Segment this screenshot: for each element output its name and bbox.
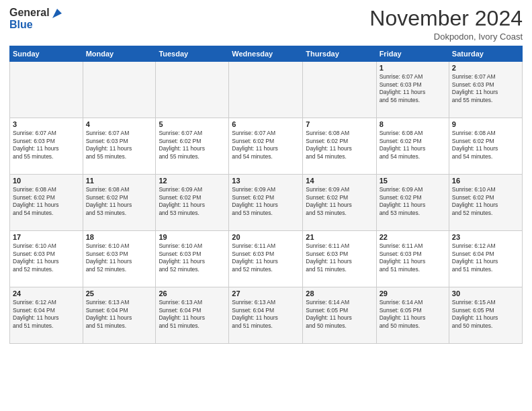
calendar-cell: 29Sunrise: 6:14 AM Sunset: 6:05 PM Dayli… bbox=[376, 287, 449, 344]
day-info: Sunrise: 6:09 AM Sunset: 6:02 PM Dayligh… bbox=[159, 186, 226, 217]
calendar-header-saturday: Saturday bbox=[449, 46, 522, 62]
calendar-cell: 27Sunrise: 6:13 AM Sunset: 6:04 PM Dayli… bbox=[229, 287, 303, 344]
day-info: Sunrise: 6:13 AM Sunset: 6:04 PM Dayligh… bbox=[159, 299, 226, 330]
day-info: Sunrise: 6:11 AM Sunset: 6:03 PM Dayligh… bbox=[306, 242, 373, 273]
day-info: Sunrise: 6:07 AM Sunset: 6:02 PM Dayligh… bbox=[159, 130, 226, 161]
calendar-cell: 17Sunrise: 6:10 AM Sunset: 6:03 PM Dayli… bbox=[10, 231, 83, 287]
day-number: 15 bbox=[380, 177, 446, 185]
logo-text: General bbox=[9, 7, 63, 19]
day-info: Sunrise: 6:08 AM Sunset: 6:02 PM Dayligh… bbox=[86, 186, 153, 217]
logo: General Blue bbox=[9, 7, 63, 30]
calendar-week-1: 1Sunrise: 6:07 AM Sunset: 6:03 PM Daylig… bbox=[10, 62, 523, 118]
day-info: Sunrise: 6:15 AM Sunset: 6:05 PM Dayligh… bbox=[452, 299, 519, 330]
calendar-week-5: 24Sunrise: 6:12 AM Sunset: 6:04 PM Dayli… bbox=[10, 287, 523, 344]
day-number: 20 bbox=[232, 233, 300, 241]
day-number: 11 bbox=[86, 177, 153, 185]
calendar-cell: 28Sunrise: 6:14 AM Sunset: 6:05 PM Dayli… bbox=[303, 287, 376, 344]
calendar-cell: 24Sunrise: 6:12 AM Sunset: 6:04 PM Dayli… bbox=[10, 287, 83, 344]
day-info: Sunrise: 6:09 AM Sunset: 6:02 PM Dayligh… bbox=[380, 186, 446, 217]
day-info: Sunrise: 6:07 AM Sunset: 6:03 PM Dayligh… bbox=[13, 130, 80, 161]
day-info: Sunrise: 6:09 AM Sunset: 6:02 PM Dayligh… bbox=[232, 186, 300, 217]
calendar-cell: 20Sunrise: 6:11 AM Sunset: 6:03 PM Dayli… bbox=[229, 231, 303, 287]
day-info: Sunrise: 6:13 AM Sunset: 6:04 PM Dayligh… bbox=[232, 299, 300, 330]
day-number: 7 bbox=[306, 120, 373, 128]
day-number: 14 bbox=[306, 177, 373, 185]
day-number: 13 bbox=[232, 177, 300, 185]
calendar-header-tuesday: Tuesday bbox=[156, 46, 229, 62]
calendar-cell: 19Sunrise: 6:10 AM Sunset: 6:03 PM Dayli… bbox=[156, 231, 229, 287]
day-number: 30 bbox=[452, 289, 519, 298]
location: Dokpodon, Ivory Coast bbox=[369, 32, 523, 42]
title-block: November 2024 Dokpodon, Ivory Coast bbox=[369, 7, 523, 42]
calendar-cell: 18Sunrise: 6:10 AM Sunset: 6:03 PM Dayli… bbox=[83, 231, 156, 287]
calendar-week-4: 17Sunrise: 6:10 AM Sunset: 6:03 PM Dayli… bbox=[10, 231, 523, 287]
calendar-cell: 1Sunrise: 6:07 AM Sunset: 6:03 PM Daylig… bbox=[376, 62, 449, 118]
calendar-header-thursday: Thursday bbox=[303, 46, 376, 62]
calendar-header-monday: Monday bbox=[83, 46, 156, 62]
day-info: Sunrise: 6:10 AM Sunset: 6:03 PM Dayligh… bbox=[86, 242, 153, 273]
day-number: 2 bbox=[452, 64, 519, 72]
day-info: Sunrise: 6:07 AM Sunset: 6:03 PM Dayligh… bbox=[452, 73, 519, 104]
calendar-cell: 8Sunrise: 6:08 AM Sunset: 6:02 PM Daylig… bbox=[376, 118, 449, 175]
day-info: Sunrise: 6:09 AM Sunset: 6:02 PM Dayligh… bbox=[306, 186, 373, 217]
day-info: Sunrise: 6:14 AM Sunset: 6:05 PM Dayligh… bbox=[380, 299, 446, 330]
calendar-cell: 12Sunrise: 6:09 AM Sunset: 6:02 PM Dayli… bbox=[156, 175, 229, 231]
page: General Blue November 2024 Dokpodon, Ivo… bbox=[0, 0, 532, 411]
calendar-header-sunday: Sunday bbox=[10, 46, 83, 62]
day-number: 1 bbox=[380, 64, 446, 72]
calendar-cell: 15Sunrise: 6:09 AM Sunset: 6:02 PM Dayli… bbox=[376, 175, 449, 231]
logo-blue: Blue bbox=[9, 19, 33, 30]
day-number: 27 bbox=[232, 289, 300, 298]
day-info: Sunrise: 6:08 AM Sunset: 6:02 PM Dayligh… bbox=[13, 186, 80, 217]
month-title: November 2024 bbox=[369, 7, 523, 30]
day-info: Sunrise: 6:13 AM Sunset: 6:04 PM Dayligh… bbox=[86, 299, 153, 330]
day-number: 24 bbox=[13, 289, 80, 298]
day-number: 4 bbox=[86, 120, 153, 128]
day-number: 17 bbox=[13, 233, 80, 241]
day-info: Sunrise: 6:11 AM Sunset: 6:03 PM Dayligh… bbox=[380, 242, 446, 273]
day-info: Sunrise: 6:10 AM Sunset: 6:03 PM Dayligh… bbox=[159, 242, 226, 273]
day-info: Sunrise: 6:12 AM Sunset: 6:04 PM Dayligh… bbox=[13, 299, 80, 330]
day-info: Sunrise: 6:07 AM Sunset: 6:03 PM Dayligh… bbox=[86, 130, 153, 161]
day-info: Sunrise: 6:08 AM Sunset: 6:02 PM Dayligh… bbox=[380, 130, 446, 161]
day-info: Sunrise: 6:11 AM Sunset: 6:03 PM Dayligh… bbox=[232, 242, 300, 273]
day-number: 5 bbox=[159, 120, 226, 128]
day-info: Sunrise: 6:12 AM Sunset: 6:04 PM Dayligh… bbox=[452, 242, 519, 273]
day-number: 26 bbox=[159, 289, 226, 298]
day-number: 29 bbox=[380, 289, 446, 298]
calendar-cell: 7Sunrise: 6:08 AM Sunset: 6:02 PM Daylig… bbox=[303, 118, 376, 175]
day-number: 12 bbox=[159, 177, 226, 185]
calendar-cell: 14Sunrise: 6:09 AM Sunset: 6:02 PM Dayli… bbox=[303, 175, 376, 231]
day-number: 21 bbox=[306, 233, 373, 241]
day-number: 25 bbox=[86, 289, 153, 298]
day-info: Sunrise: 6:10 AM Sunset: 6:03 PM Dayligh… bbox=[13, 242, 80, 273]
calendar-cell: 22Sunrise: 6:11 AM Sunset: 6:03 PM Dayli… bbox=[376, 231, 449, 287]
day-info: Sunrise: 6:10 AM Sunset: 6:02 PM Dayligh… bbox=[452, 186, 519, 217]
day-number: 3 bbox=[13, 120, 80, 128]
svg-marker-0 bbox=[52, 9, 62, 18]
logo-general: General bbox=[9, 7, 50, 18]
day-number: 16 bbox=[452, 177, 519, 185]
day-number: 9 bbox=[452, 120, 519, 128]
calendar: SundayMondayTuesdayWednesdayThursdayFrid… bbox=[9, 46, 523, 344]
day-number: 22 bbox=[380, 233, 446, 241]
calendar-cell: 25Sunrise: 6:13 AM Sunset: 6:04 PM Dayli… bbox=[83, 287, 156, 344]
calendar-cell: 13Sunrise: 6:09 AM Sunset: 6:02 PM Dayli… bbox=[229, 175, 303, 231]
calendar-cell: 10Sunrise: 6:08 AM Sunset: 6:02 PM Dayli… bbox=[10, 175, 83, 231]
calendar-cell: 9Sunrise: 6:08 AM Sunset: 6:02 PM Daylig… bbox=[449, 118, 522, 175]
calendar-header-row: SundayMondayTuesdayWednesdayThursdayFrid… bbox=[10, 46, 523, 62]
calendar-cell bbox=[229, 62, 303, 118]
day-number: 10 bbox=[13, 177, 80, 185]
calendar-cell: 5Sunrise: 6:07 AM Sunset: 6:02 PM Daylig… bbox=[156, 118, 229, 175]
calendar-cell bbox=[83, 62, 156, 118]
calendar-header-friday: Friday bbox=[376, 46, 449, 62]
calendar-cell: 26Sunrise: 6:13 AM Sunset: 6:04 PM Dayli… bbox=[156, 287, 229, 344]
day-number: 23 bbox=[452, 233, 519, 241]
logo-icon bbox=[51, 7, 63, 19]
calendar-cell: 30Sunrise: 6:15 AM Sunset: 6:05 PM Dayli… bbox=[449, 287, 522, 344]
day-number: 19 bbox=[159, 233, 226, 241]
calendar-cell bbox=[156, 62, 229, 118]
calendar-week-2: 3Sunrise: 6:07 AM Sunset: 6:03 PM Daylig… bbox=[10, 118, 523, 175]
calendar-cell: 21Sunrise: 6:11 AM Sunset: 6:03 PM Dayli… bbox=[303, 231, 376, 287]
calendar-cell: 6Sunrise: 6:07 AM Sunset: 6:02 PM Daylig… bbox=[229, 118, 303, 175]
